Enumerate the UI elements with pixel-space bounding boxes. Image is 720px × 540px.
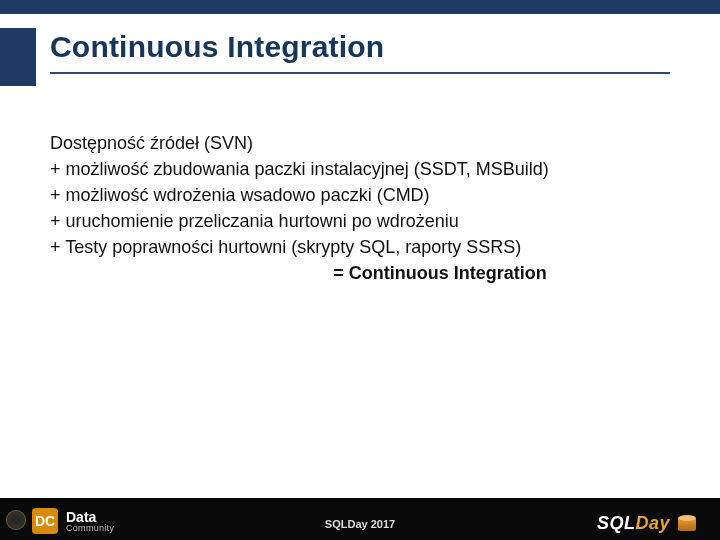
title-left-block [0,28,36,86]
body-text: Dostępność źródeł (SVN) + możliwość zbud… [50,130,670,287]
body-line-1: Dostępność źródeł (SVN) [50,130,670,156]
top-accent-bar [0,0,720,14]
body-line-3: + możliwość wdrożenia wsadowo paczki (CM… [50,182,670,208]
title-underline [50,72,670,74]
footer-bar: DC Data Community SQLDay 2017 SQLDay [0,498,720,540]
sqlday-part1: SQL [597,513,636,533]
body-result: = Continuous Integration [50,260,670,286]
body-line-5: + Testy poprawności hurtowni (skrypty SQ… [50,234,670,260]
sqlday-part2: Day [635,513,670,533]
slide: Continuous Integration Dostępność źródeł… [0,0,720,540]
body-line-4: + uruchomienie przeliczania hurtowni po … [50,208,670,234]
barrel-icon [676,514,698,534]
sqlday-logo: SQLDay [597,513,698,534]
sqlday-text: SQLDay [597,513,670,534]
body-line-2: + możliwość zbudowania paczki instalacyj… [50,156,670,182]
slide-title: Continuous Integration [50,30,384,64]
